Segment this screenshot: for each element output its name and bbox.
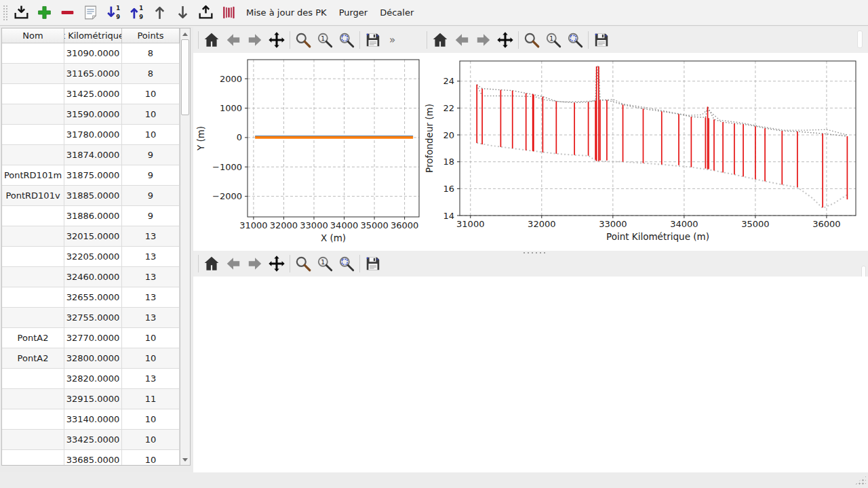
cell-nom[interactable]: [2, 226, 64, 247]
cell-nom[interactable]: PontA2: [2, 348, 64, 369]
cell-points[interactable]: 13: [122, 267, 180, 287]
cell-pk[interactable]: 32655.0000: [64, 287, 122, 308]
pan-button[interactable]: [266, 29, 288, 51]
toolbar-overflow-chevron[interactable]: »: [389, 34, 395, 46]
cell-points[interactable]: 13: [122, 226, 180, 247]
cell-pk[interactable]: 32205.0000: [64, 247, 122, 267]
cell-points[interactable]: 13: [122, 369, 180, 389]
save-button[interactable]: [591, 29, 612, 51]
table-row[interactable]: 31874.00009: [2, 145, 180, 165]
cell-points[interactable]: 13: [122, 287, 180, 308]
panel-scrollbar-thumb[interactable]: [857, 30, 863, 48]
table-row[interactable]: 31886.00009: [2, 206, 180, 226]
cell-pk[interactable]: 31590.0000: [64, 104, 122, 125]
cell-points[interactable]: 8: [122, 64, 180, 84]
cell-pk[interactable]: 33140.0000: [64, 409, 122, 430]
forward-button[interactable]: [473, 29, 494, 51]
table-row[interactable]: 32655.000013: [2, 287, 180, 308]
cell-nom[interactable]: PontRD101v: [2, 186, 64, 206]
update-pk-button[interactable]: Mise à jour des PK: [240, 3, 333, 23]
zoom-one-button[interactable]: 1: [542, 29, 564, 51]
zoom-fit-button[interactable]: [336, 253, 357, 274]
cell-points[interactable]: 10: [122, 125, 180, 145]
notes-button[interactable]: [79, 2, 102, 24]
add-button[interactable]: [33, 2, 56, 24]
splitter-handle[interactable]: [522, 251, 547, 254]
resize-grip-icon[interactable]: [854, 475, 866, 485]
cell-nom[interactable]: [2, 430, 64, 450]
zoom-fit-button[interactable]: [564, 29, 586, 51]
cell-nom[interactable]: [2, 125, 64, 145]
cell-points[interactable]: 9: [122, 165, 180, 186]
plot-empty-canvas[interactable]: [193, 277, 868, 472]
cell-nom[interactable]: [2, 267, 64, 287]
home-button[interactable]: [429, 29, 451, 51]
cell-pk[interactable]: 32015.0000: [64, 226, 122, 247]
back-button[interactable]: [222, 253, 244, 274]
zoom-button[interactable]: [521, 29, 542, 51]
cell-points[interactable]: 10: [122, 348, 180, 369]
purge-button[interactable]: Purger: [333, 3, 374, 23]
table-row[interactable]: 31090.00008: [2, 43, 180, 64]
table-row[interactable]: PontRD101m31875.00009: [2, 165, 180, 186]
import-button[interactable]: [9, 2, 33, 24]
cell-points[interactable]: 10: [122, 328, 180, 348]
cell-pk[interactable]: 31886.0000: [64, 206, 122, 226]
table-row[interactable]: 31590.000010: [2, 104, 180, 125]
cell-nom[interactable]: PontRD101m: [2, 165, 64, 186]
cell-pk[interactable]: 33425.0000: [64, 430, 122, 450]
cell-pk[interactable]: 31885.0000: [64, 186, 122, 206]
home-button[interactable]: [201, 253, 222, 274]
table-row[interactable]: PontA232770.000010: [2, 328, 180, 348]
cell-points[interactable]: 10: [122, 104, 180, 125]
table-row[interactable]: 31780.000010: [2, 125, 180, 145]
pan-button[interactable]: [494, 29, 516, 51]
cell-pk[interactable]: 32915.0000: [64, 389, 122, 409]
forward-button[interactable]: [244, 253, 266, 274]
table-row[interactable]: PontA232800.000010: [2, 348, 180, 369]
cell-nom[interactable]: [2, 247, 64, 267]
cell-points[interactable]: 10: [122, 430, 180, 450]
cell-points[interactable]: 8: [122, 43, 180, 64]
cell-points[interactable]: 10: [122, 409, 180, 430]
cell-pk[interactable]: 32800.0000: [64, 348, 122, 369]
table-row[interactable]: PontRD101v31885.00009: [2, 186, 180, 206]
cell-pk[interactable]: 31780.0000: [64, 125, 122, 145]
cell-nom[interactable]: [2, 104, 64, 125]
table-row[interactable]: 32915.000011: [2, 389, 180, 409]
zoom-one-button[interactable]: 1: [314, 29, 336, 51]
cell-points[interactable]: 9: [122, 186, 180, 206]
zoom-one-button[interactable]: 1: [314, 253, 336, 274]
cell-pk[interactable]: 31090.0000: [64, 43, 122, 64]
table-row[interactable]: 33425.000010: [2, 430, 180, 450]
cell-points[interactable]: 9: [122, 145, 180, 165]
sort-asc-button[interactable]: 19: [102, 2, 125, 24]
save-button[interactable]: [362, 29, 384, 51]
column-header-points[interactable]: Points: [122, 28, 180, 43]
move-down-button[interactable]: [171, 2, 194, 24]
scroll-up-button[interactable]: [180, 29, 190, 39]
plot-profondeur-canvas[interactable]: 3100032000330003400035000360001416182022…: [422, 53, 868, 251]
cell-points[interactable]: 13: [122, 247, 180, 267]
cell-nom[interactable]: [2, 450, 64, 465]
cell-nom[interactable]: [2, 64, 64, 84]
sort-desc-button[interactable]: 19: [125, 2, 148, 24]
scroll-down-button[interactable]: [180, 455, 190, 464]
export-button[interactable]: [194, 2, 217, 24]
scrollbar-thumb[interactable]: [181, 39, 189, 115]
shift-button[interactable]: Décaler: [374, 3, 420, 23]
table-row[interactable]: 31425.000010: [2, 84, 180, 104]
table-row[interactable]: 33685.000010: [2, 450, 180, 465]
remove-button[interactable]: [56, 2, 79, 24]
plot-xy-canvas[interactable]: 310003200033000340003500036000−2000−1000…: [193, 53, 422, 251]
cell-nom[interactable]: [2, 409, 64, 430]
table-row[interactable]: 33140.000010: [2, 409, 180, 430]
zoom-button[interactable]: [292, 29, 314, 51]
cell-points[interactable]: 10: [122, 84, 180, 104]
table-row[interactable]: 32205.000013: [2, 247, 180, 267]
cell-pk[interactable]: 31425.0000: [64, 84, 122, 104]
table-row[interactable]: 31165.00008: [2, 64, 180, 84]
cell-nom[interactable]: [2, 389, 64, 409]
table-row[interactable]: 32755.000013: [2, 308, 180, 328]
zoom-button[interactable]: [292, 253, 314, 274]
